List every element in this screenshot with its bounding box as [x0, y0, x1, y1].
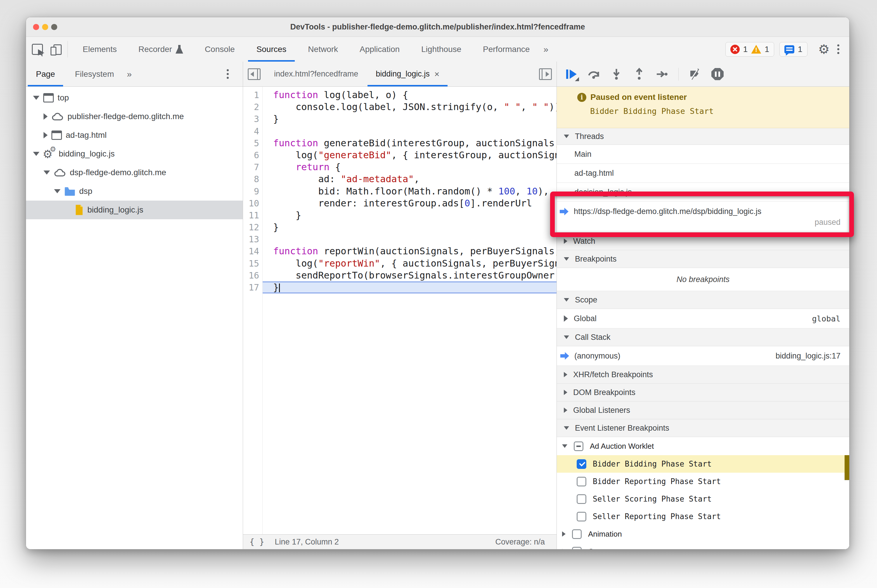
collapse-arrow-icon[interactable]: [54, 189, 60, 193]
step-into-icon[interactable]: [610, 68, 623, 81]
code-line-3[interactable]: }: [263, 113, 557, 125]
event-category-animation[interactable]: Animation: [557, 525, 849, 543]
code-line-10[interactable]: render: interestGroup.ads[0].renderUrl: [263, 197, 557, 209]
code-line-6[interactable]: log("generateBid", { interestGroup, auct…: [263, 149, 557, 161]
line-number[interactable]: 6: [243, 149, 262, 161]
code-line-13[interactable]: [263, 233, 557, 245]
event-breakpoint-seller-reporting-phase-start[interactable]: Seller Reporting Phase Start: [557, 508, 849, 525]
event-breakpoint-seller-scoring-phase-start[interactable]: Seller Scoring Phase Start: [557, 490, 849, 508]
close-tab-icon[interactable]: ×: [435, 69, 440, 79]
step-out-icon[interactable]: [633, 68, 645, 81]
line-number[interactable]: 2: [243, 101, 262, 113]
watch-section-header[interactable]: Watch: [557, 232, 849, 250]
tree-item-publisher-domain[interactable]: publisher-fledge-demo.glitch.me: [26, 107, 243, 126]
event-breakpoint-bidder-reporting-phase-start[interactable]: Bidder Reporting Phase Start: [557, 472, 849, 490]
checkbox-unchecked-icon[interactable]: [572, 530, 582, 539]
navigator-tab-page[interactable]: Page: [26, 62, 65, 86]
expand-arrow-icon[interactable]: [44, 113, 48, 120]
line-number[interactable]: 4: [243, 125, 262, 137]
editor-tab-bidding-logic[interactable]: bidding_logic.js ×: [367, 62, 448, 86]
expand-arrow-icon[interactable]: [562, 531, 566, 537]
line-number[interactable]: 11: [243, 209, 262, 221]
line-number[interactable]: 13: [243, 233, 262, 245]
settings-gear-icon[interactable]: ⚙: [818, 43, 830, 56]
inspect-element-icon[interactable]: [32, 44, 43, 55]
collapse-arrow-icon[interactable]: [33, 96, 39, 100]
tab-console[interactable]: Console: [194, 37, 246, 62]
code-line-17[interactable]: }: [263, 282, 557, 293]
global-listeners-section-header[interactable]: Global Listeners: [557, 402, 849, 419]
checkbox-checked-icon[interactable]: [577, 459, 586, 469]
deactivate-breakpoints-icon[interactable]: [689, 68, 701, 81]
breakpoints-section-header[interactable]: Breakpoints: [557, 250, 849, 268]
line-number[interactable]: 1: [243, 89, 262, 101]
checkbox-unchecked-icon[interactable]: [577, 512, 586, 521]
navigator-more-tabs-button[interactable]: »: [124, 62, 135, 86]
tab-recorder[interactable]: Recorder: [128, 37, 194, 62]
code-line-15[interactable]: log("reportWin", { auctionSignals, perBu…: [263, 258, 557, 270]
code-line-11[interactable]: }: [263, 209, 557, 221]
code-line-4[interactable]: [263, 125, 557, 137]
thread-decision-logic[interactable]: decision_logic.js: [557, 183, 849, 202]
code-line-2[interactable]: console.log(label, JSON.stringify(o, " "…: [263, 101, 557, 113]
call-stack-frame[interactable]: (anonymous) bidding_logic.js:17: [557, 346, 849, 366]
issues-badge[interactable]: 1: [779, 42, 808, 57]
line-number[interactable]: 10: [243, 197, 262, 209]
scope-global-row[interactable]: Global global: [557, 309, 849, 328]
line-number[interactable]: 7: [243, 161, 262, 173]
expand-arrow-icon[interactable]: [44, 132, 48, 138]
dom-breakpoints-section-header[interactable]: DOM Breakpoints: [557, 384, 849, 402]
code-line-12[interactable]: }: [263, 221, 557, 233]
zoom-window-button[interactable]: [51, 24, 57, 30]
tab-lighthouse[interactable]: Lighthouse: [411, 37, 472, 62]
thread-main[interactable]: Main: [557, 145, 849, 164]
tree-item-dsp-domain[interactable]: dsp-fledge-demo.glitch.me: [26, 163, 243, 182]
editor-tab-index-html[interactable]: index.html?fencedframe: [265, 62, 367, 86]
event-listener-breakpoints-section-header[interactable]: Event Listener Breakpoints: [557, 419, 849, 437]
code-editor[interactable]: 1234567891011121314151617 function log(l…: [243, 87, 557, 534]
code-line-16[interactable]: sendReportTo(browserSignals.interestGrou…: [263, 270, 557, 282]
thread-ad-tag[interactable]: ad-tag.html: [557, 164, 849, 183]
navigator-tab-filesystem[interactable]: Filesystem: [65, 62, 124, 86]
scope-section-header[interactable]: Scope: [557, 291, 849, 309]
step-icon[interactable]: [656, 68, 668, 81]
step-over-icon[interactable]: [587, 68, 600, 81]
more-options-icon[interactable]: [835, 44, 842, 54]
close-window-button[interactable]: [33, 24, 39, 30]
line-number[interactable]: 3: [243, 113, 262, 125]
tree-item-ad-tag[interactable]: ad-tag.html: [26, 126, 243, 144]
collapse-arrow-icon[interactable]: [562, 444, 567, 448]
hide-navigator-icon[interactable]: [248, 68, 260, 80]
event-breakpoint-bidder-bidding-phase-start[interactable]: Bidder Bidding Phase Start: [557, 455, 849, 472]
resume-script-icon[interactable]: [566, 68, 577, 80]
line-number[interactable]: 16: [243, 270, 262, 282]
line-number[interactable]: 15: [243, 258, 262, 270]
line-number[interactable]: 14: [243, 245, 262, 257]
event-category-canvas[interactable]: Canvas: [557, 543, 849, 549]
thread-bidding-logic-current[interactable]: https://dsp-fledge-demo.glitch.me/dsp/bi…: [557, 202, 849, 232]
line-number[interactable]: 17: [243, 282, 262, 293]
show-debugger-icon[interactable]: [539, 68, 552, 80]
minimize-window-button[interactable]: [42, 24, 48, 30]
more-tabs-button[interactable]: »: [540, 37, 551, 62]
collapse-arrow-icon[interactable]: [33, 152, 39, 156]
xhr-breakpoints-section-header[interactable]: XHR/fetch Breakpoints: [557, 366, 849, 384]
threads-section-header[interactable]: Threads: [557, 128, 849, 145]
pretty-print-icon[interactable]: { }: [250, 537, 265, 547]
tab-application[interactable]: Application: [349, 37, 411, 62]
tab-network[interactable]: Network: [297, 37, 349, 62]
tab-sources[interactable]: Sources: [246, 37, 297, 62]
code-line-7[interactable]: return {: [263, 161, 557, 173]
pause-on-exceptions-icon[interactable]: [712, 68, 724, 80]
checkbox-unchecked-icon[interactable]: [577, 494, 586, 504]
code-line-9[interactable]: bid: Math.floor(Math.random() * 100, 10)…: [263, 185, 557, 197]
tree-item-bidding-logic-worklet[interactable]: ⚙⚙ bidding_logic.js: [26, 144, 243, 163]
device-toolbar-icon[interactable]: [51, 44, 60, 54]
line-number[interactable]: 12: [243, 221, 262, 233]
line-number[interactable]: 8: [243, 173, 262, 185]
call-stack-section-header[interactable]: Call Stack: [557, 328, 849, 346]
tree-item-dsp-folder[interactable]: dsp: [26, 182, 243, 201]
event-category-ad-auction-worklet[interactable]: Ad Auction Worklet: [557, 437, 849, 455]
checkbox-unchecked-icon[interactable]: [577, 477, 586, 486]
code-line-8[interactable]: ad: "ad-metadata",: [263, 173, 557, 185]
